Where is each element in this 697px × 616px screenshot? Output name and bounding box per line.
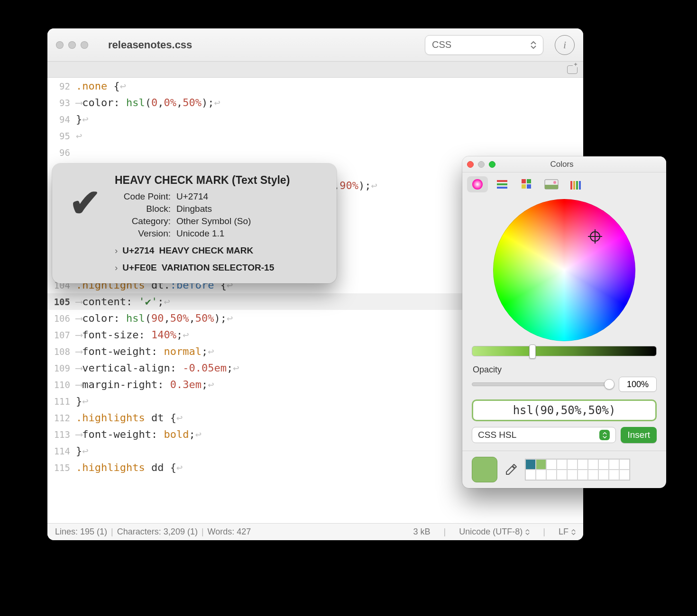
palette-icon bbox=[521, 178, 533, 190]
popover-row-value: Other Symbol (So) bbox=[176, 216, 290, 226]
popover-row-value: U+2714 bbox=[176, 191, 290, 202]
swatch-grid[interactable] bbox=[525, 459, 630, 480]
popover-row-value: Unicode 1.1 bbox=[176, 228, 290, 239]
svg-rect-9 bbox=[545, 185, 558, 189]
colors-tab-image[interactable] bbox=[541, 176, 562, 192]
colors-tab-wheel[interactable] bbox=[467, 176, 488, 192]
insert-button[interactable]: Insert bbox=[621, 427, 657, 443]
status-bar: Lines: 195 (1) | Characters: 3,209 (1) |… bbox=[47, 523, 583, 540]
swatch-cell[interactable] bbox=[588, 459, 598, 470]
swatch-cell[interactable] bbox=[536, 459, 546, 470]
brightness-thumb[interactable] bbox=[529, 344, 536, 359]
gutter-number: 96 bbox=[47, 147, 76, 158]
swatch-cell[interactable] bbox=[557, 459, 567, 470]
swatch-cell[interactable] bbox=[578, 459, 588, 470]
char-info-popover: ✔ HEAVY CHECK MARK (Text Style) Code Poi… bbox=[52, 163, 337, 283]
swatch-cell[interactable] bbox=[588, 470, 598, 480]
svg-rect-6 bbox=[522, 184, 526, 189]
svg-rect-7 bbox=[527, 184, 531, 189]
pencils-icon bbox=[569, 178, 583, 190]
colors-tab-palettes[interactable] bbox=[516, 176, 537, 192]
color-wheel[interactable] bbox=[493, 199, 635, 341]
swatch-cell[interactable] bbox=[598, 470, 609, 480]
line-ending-select[interactable]: LF bbox=[559, 527, 576, 537]
swatch-cell[interactable] bbox=[609, 470, 619, 480]
code-line[interactable]: 93⟶color: hsl(0,0%,50%);↩ bbox=[47, 94, 583, 111]
gutter-number: 92 bbox=[47, 81, 76, 91]
gutter-number: 95 bbox=[47, 131, 76, 141]
window-title: releasenotes.css bbox=[108, 39, 192, 51]
close-icon[interactable] bbox=[56, 41, 64, 49]
opacity-field[interactable]: 100% bbox=[619, 377, 657, 392]
popover-row-key: Block: bbox=[115, 204, 176, 214]
swatch-cell[interactable] bbox=[619, 470, 630, 480]
colors-title: Colors bbox=[495, 160, 628, 169]
language-select-value: CSS bbox=[432, 39, 451, 50]
svg-rect-11 bbox=[570, 181, 572, 190]
colors-panel: Colors Opacity 100% bbox=[462, 156, 666, 488]
popover-sequence-item[interactable]: ›U+FE0E VARIATION SELECTOR-15 bbox=[115, 263, 290, 273]
eyedropper-icon bbox=[504, 463, 518, 476]
encoding-select[interactable]: Unicode (UTF-8) bbox=[459, 527, 530, 537]
colors-tab-sliders[interactable] bbox=[492, 176, 513, 192]
swatch-cell[interactable] bbox=[546, 470, 557, 480]
svg-rect-1 bbox=[497, 180, 507, 182]
traffic-lights[interactable] bbox=[467, 161, 495, 168]
code-line[interactable]: 94}↩ bbox=[47, 111, 583, 127]
chevron-updown-icon bbox=[525, 529, 530, 535]
svg-rect-12 bbox=[573, 181, 575, 190]
traffic-lights[interactable] bbox=[56, 41, 100, 49]
new-tab-button[interactable] bbox=[567, 65, 578, 74]
svg-point-0 bbox=[472, 179, 483, 190]
code-line[interactable]: 95↩ bbox=[47, 127, 583, 144]
swatch-cell[interactable] bbox=[525, 470, 536, 480]
current-color-swatch[interactable] bbox=[472, 457, 497, 482]
gutter-number: 93 bbox=[47, 98, 76, 108]
opacity-thumb[interactable] bbox=[604, 379, 614, 390]
swatch-cell[interactable] bbox=[567, 470, 578, 480]
swatch-cell[interactable] bbox=[536, 470, 546, 480]
sb-chars-label: Characters: bbox=[117, 527, 161, 537]
swatch-cell[interactable] bbox=[619, 459, 630, 470]
minimize-icon[interactable] bbox=[478, 161, 485, 168]
brightness-slider[interactable] bbox=[472, 346, 657, 356]
svg-rect-3 bbox=[497, 187, 507, 189]
eyedropper-button[interactable] bbox=[503, 462, 519, 478]
colors-titlebar: Colors bbox=[462, 156, 666, 172]
sliders-icon bbox=[496, 178, 508, 190]
language-select[interactable]: CSS bbox=[425, 35, 543, 55]
colors-tabs bbox=[462, 172, 666, 196]
sb-words-value: 427 bbox=[237, 527, 251, 537]
swatch-cell[interactable] bbox=[525, 459, 536, 470]
color-format-select[interactable]: CSS HSL bbox=[472, 427, 616, 443]
minimize-icon[interactable] bbox=[68, 41, 76, 49]
swatch-cell[interactable] bbox=[598, 459, 609, 470]
swatch-cell[interactable] bbox=[578, 470, 588, 480]
color-wheel-reticle[interactable] bbox=[590, 231, 600, 242]
code-line[interactable]: 92.none {↩ bbox=[47, 78, 583, 94]
swatch-cell[interactable] bbox=[557, 470, 567, 480]
swatch-cell[interactable] bbox=[609, 459, 619, 470]
popover-row-key: Category: bbox=[115, 216, 176, 226]
zoom-icon[interactable] bbox=[81, 41, 88, 49]
zoom-icon[interactable] bbox=[489, 161, 495, 168]
gutter-number: 113 bbox=[47, 429, 76, 440]
swatch-cell[interactable] bbox=[546, 459, 557, 470]
colors-tab-pencils[interactable] bbox=[566, 176, 587, 192]
color-value-field[interactable]: hsl(90,50%,50%) bbox=[472, 399, 657, 421]
info-button[interactable]: i bbox=[555, 35, 575, 55]
close-icon[interactable] bbox=[467, 161, 474, 168]
gutter-number: 114 bbox=[47, 446, 76, 456]
swatch-cell[interactable] bbox=[567, 459, 578, 470]
popover-sequence-item[interactable]: ›U+2714 HEAVY CHECK MARK bbox=[115, 245, 290, 256]
chevron-updown-icon bbox=[571, 529, 576, 535]
gutter-number: 109 bbox=[47, 363, 76, 373]
popover-row-key: Version: bbox=[115, 228, 176, 239]
svg-point-10 bbox=[553, 181, 556, 184]
svg-rect-14 bbox=[579, 181, 581, 190]
popover-glyph: ✔ bbox=[64, 174, 106, 273]
gutter-number: 111 bbox=[47, 396, 76, 407]
chevron-updown-icon bbox=[531, 41, 536, 49]
chevron-updown-icon bbox=[599, 430, 610, 440]
opacity-slider[interactable] bbox=[472, 382, 613, 386]
